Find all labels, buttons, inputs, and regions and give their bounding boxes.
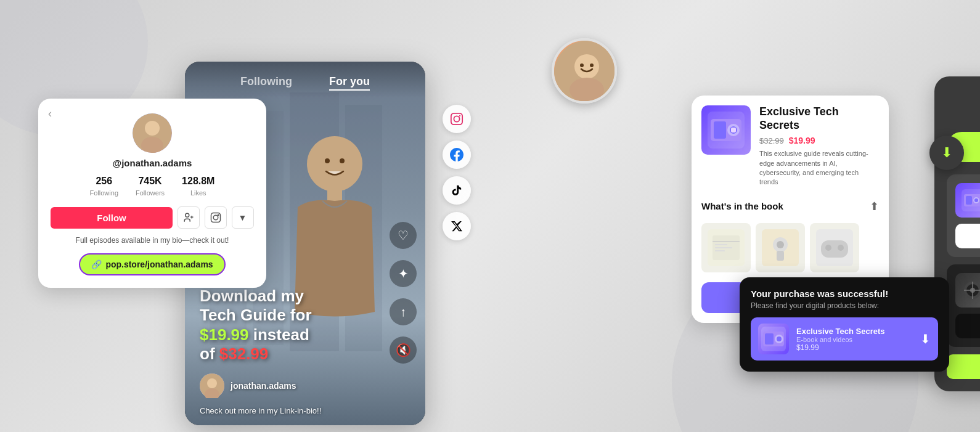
like-button[interactable]: ♡ <box>390 222 417 249</box>
product-detail-section: What's in the book ⬆ <box>692 195 889 218</box>
svg-point-61 <box>838 245 844 251</box>
purchase-item-info: Exclusive Tech Secrets E-book and videos… <box>796 327 885 352</box>
purchase-download-button[interactable]: ⬇ <box>920 332 931 346</box>
profile-link[interactable]: 🔗 pop.store/jonathan.adams <box>79 253 225 275</box>
price-red: $32.99 <box>219 344 269 363</box>
product-detail-description: This exclusive guide reveals cutting-edg… <box>759 149 879 187</box>
svg-point-7 <box>213 215 218 220</box>
product-detail-info: Exclusive Tech Secrets $32.99 $19.99 Thi… <box>759 105 879 187</box>
svg-point-1 <box>145 121 160 136</box>
profile-username: @jonathan.adams <box>51 158 254 168</box>
following-count: 256 <box>90 176 118 187</box>
creator-title: Tech and AI guru <box>947 110 980 120</box>
svg-rect-18 <box>327 189 342 201</box>
product-detail-header: Exclusive Tech Secrets $32.99 $19.99 Thi… <box>692 96 889 195</box>
product-card-1-inner: Exclusive Tech Secrets 10 Video Reviews … <box>955 183 980 218</box>
download-fab[interactable]: ⬇ <box>929 136 964 170</box>
share-button[interactable]: ⬆ <box>870 200 879 213</box>
stat-likes: 128.8M Likes <box>182 176 214 198</box>
followers-label: Followers <box>136 189 165 197</box>
creator-name: Jonathan Adams <box>947 91 980 107</box>
svg-rect-53 <box>715 250 725 251</box>
svg-point-25 <box>454 116 459 121</box>
price-green: $19.99 <box>200 325 249 344</box>
purchase-item: Exclusive Tech Secrets E-book and videos… <box>751 317 938 361</box>
more-options-button[interactable]: ▼ <box>232 206 254 229</box>
instagram-button[interactable] <box>205 206 227 229</box>
svg-rect-56 <box>777 251 784 261</box>
stat-followers: 745K Followers <box>136 176 165 198</box>
purchase-item-type: E-book and videos <box>796 336 885 343</box>
link-icon: 🔗 <box>91 259 102 269</box>
svg-point-28 <box>574 54 599 79</box>
facebook-social-btn[interactable] <box>443 141 471 169</box>
video-feed-header: Following For you <box>185 62 425 98</box>
following-label: Following <box>90 189 118 197</box>
svg-rect-34 <box>966 196 972 205</box>
mute-button[interactable]: 🔇 <box>390 336 417 364</box>
video-user-avatar <box>200 373 224 398</box>
video-actions: ♡ ✦ ↑ 🔇 <box>390 222 417 364</box>
product-card-1: Exclusive Tech Secrets 10 Video Reviews … <box>947 174 980 257</box>
video-caption: Check out more in my Link-in-bio!! <box>200 406 388 415</box>
svg-point-29 <box>570 78 604 102</box>
preview-image-1 <box>701 223 751 272</box>
section-title: What's in the book <box>701 201 783 211</box>
share-button[interactable]: ↑ <box>390 298 417 325</box>
svg-rect-59 <box>821 240 848 258</box>
video-overlay-text: Download my Tech Guide for $19.99 instea… <box>200 287 388 364</box>
tab-for-you[interactable]: For you <box>329 75 370 91</box>
likes-count: 128.8M <box>182 176 214 187</box>
profile-actions: Follow ▼ <box>51 206 254 229</box>
connect-video-button[interactable]: Let's connect on Video call <box>947 354 980 379</box>
pin-button[interactable]: ✦ <box>390 260 417 287</box>
tab-following[interactable]: Following <box>240 75 292 91</box>
svg-point-17 <box>307 136 362 192</box>
profile-card: ‹ @jonathan.adams 256 Following 745K Fol… <box>38 99 266 288</box>
svg-rect-6 <box>211 213 221 222</box>
preview-image-2 <box>756 223 805 272</box>
video-username: jonathan.adams <box>231 381 296 391</box>
product-2-thumb <box>955 273 980 308</box>
svg-rect-44 <box>714 121 726 139</box>
svg-point-66 <box>777 336 782 341</box>
svg-point-20 <box>340 158 345 163</box>
profile-follow-button[interactable]: Follow <box>51 207 173 229</box>
svg-rect-52 <box>715 247 732 248</box>
followers-count: 745K <box>136 176 165 187</box>
stat-following: 256 Following <box>90 176 118 198</box>
svg-rect-24 <box>451 113 462 124</box>
tiktok-social-btn[interactable] <box>443 176 471 205</box>
profile-avatar <box>133 113 172 153</box>
svg-point-19 <box>325 158 330 163</box>
add-friend-button[interactable] <box>178 206 200 229</box>
svg-point-31 <box>590 63 594 67</box>
svg-point-22 <box>207 378 217 388</box>
svg-point-60 <box>825 245 831 251</box>
product-detail-price-new: $19.99 <box>789 136 815 145</box>
product-1-thumb <box>955 183 980 218</box>
profile-link-text: pop.store/jonathan.adams <box>105 259 213 269</box>
svg-point-8 <box>218 214 219 216</box>
purchase-success-title: Your purchase was successful! <box>751 288 938 299</box>
product-1-download-button[interactable]: Download for $32.99 $19.99 <box>955 224 980 248</box>
svg-point-36 <box>974 198 978 202</box>
svg-rect-64 <box>765 333 774 344</box>
purchase-item-name: Exclusive Tech Secrets <box>796 327 885 336</box>
svg-point-26 <box>459 115 460 116</box>
social-sidebar <box>443 105 471 240</box>
svg-rect-47 <box>731 128 736 132</box>
likes-label: Likes <box>190 189 206 197</box>
back-button[interactable]: ‹ <box>48 107 52 120</box>
product-detail-title: Exclusive Tech Secrets <box>759 105 879 132</box>
video-user-row: jonathan.adams <box>200 373 388 398</box>
twitter-x-social-btn[interactable] <box>443 212 471 240</box>
instagram-social-btn[interactable] <box>443 105 471 133</box>
preview-image-3 <box>810 223 859 272</box>
purchase-item-price: $19.99 <box>796 343 885 352</box>
creator-avatar <box>552 38 617 104</box>
product-2-download-button[interactable]: Download for $29.99 <box>955 314 980 338</box>
purchase-item-image <box>758 324 789 354</box>
product-card-2-inner: Get the Cheat Code of Super Power AI pro… <box>955 273 980 308</box>
product-detail-image <box>701 105 751 155</box>
